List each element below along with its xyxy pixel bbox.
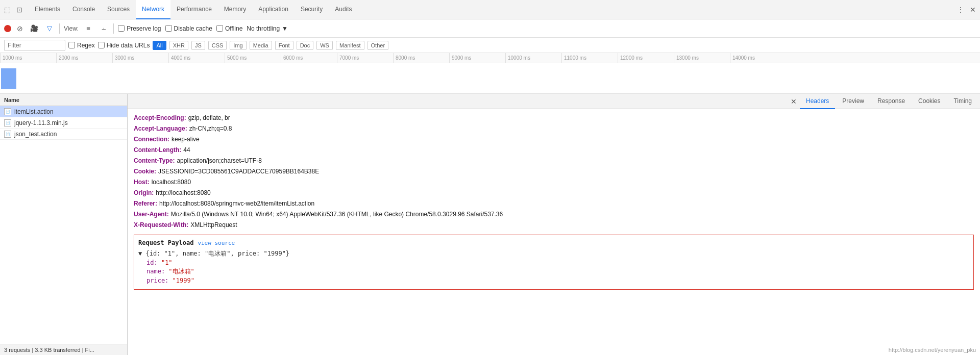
filter-type-other[interactable]: Other xyxy=(368,41,389,50)
header-name-referer: Referer: xyxy=(134,199,157,208)
offline-label[interactable]: Offline xyxy=(225,25,242,32)
filter-type-font[interactable]: Font xyxy=(275,41,293,50)
hide-data-urls-checkbox[interactable] xyxy=(98,42,105,48)
request-item-1[interactable]: 📄 jquery-1.11.3.min.js xyxy=(0,117,127,129)
request-list-header: Name xyxy=(0,94,127,106)
regex-checkbox[interactable] xyxy=(68,42,75,48)
offline-group: Offline xyxy=(216,25,242,32)
header-name-accept-language: Accept-Language: xyxy=(134,124,187,133)
tick-4000: 4000 ms xyxy=(168,53,225,63)
detail-content[interactable]: Accept-Encoding: gzip, deflate, br Accep… xyxy=(128,109,980,355)
tab-end-icons: ⋮ ✕ xyxy=(955,5,978,15)
filter-type-css[interactable]: CSS xyxy=(208,41,227,50)
payload-title-row: Request Payload view source xyxy=(138,239,969,246)
payload-val-name: "电冰箱" xyxy=(168,268,194,275)
throttle-value: No throttling xyxy=(247,25,280,32)
tab-network[interactable]: Network xyxy=(136,0,170,19)
close-devtools-icon[interactable]: ✕ xyxy=(968,5,978,15)
detail-tab-cookies[interactable]: Cookies xyxy=(912,94,946,109)
detail-tab-timing[interactable]: Timing xyxy=(947,94,978,109)
tab-elements[interactable]: Elements xyxy=(29,0,66,19)
detail-close-button[interactable]: ✕ xyxy=(789,96,799,107)
disable-cache-label[interactable]: Disable cache xyxy=(174,25,212,32)
devtools-window: ⬚ ⊡ Elements Console Sources Network Per… xyxy=(0,0,980,355)
header-value-cookie: JSESSIONID=3CD085561C9ADDACCE70959BB164B… xyxy=(158,167,319,176)
tick-14000: 14000 ms xyxy=(730,53,786,63)
tick-1000: 1000 ms xyxy=(0,53,56,63)
header-name-connection: Connection: xyxy=(134,135,169,144)
tab-performance[interactable]: Performance xyxy=(170,0,218,19)
view-list-icon[interactable]: ≡ xyxy=(83,23,94,34)
tab-memory[interactable]: Memory xyxy=(218,0,252,19)
payload-val-price: "1999" xyxy=(173,277,194,284)
file-icon-0: 📄 xyxy=(4,108,11,115)
record-button[interactable] xyxy=(4,25,11,32)
header-value-x-requested-with: XMLHttpRequest xyxy=(190,220,237,230)
tick-9000: 9000 ms xyxy=(449,53,505,63)
detail-tab-response[interactable]: Response xyxy=(871,94,911,109)
filter-type-img[interactable]: Img xyxy=(230,41,246,50)
payload-fields: id: "1" name: "电冰箱" price: "19 xyxy=(138,259,969,284)
filter-button[interactable]: ▽ xyxy=(44,23,55,34)
file-icon-1: 📄 xyxy=(4,119,11,126)
throttle-arrow: ▼ xyxy=(282,25,288,32)
detail-tab-preview[interactable]: Preview xyxy=(836,94,870,109)
more-options-icon[interactable]: ⋮ xyxy=(955,5,966,15)
header-row-content-type: Content-Type: application/json;charset=U… xyxy=(134,156,974,165)
tick-13000: 13000 ms xyxy=(674,53,730,63)
view-waterfall-icon[interactable]: ⫠ xyxy=(98,23,109,34)
disable-cache-group: Disable cache xyxy=(165,25,212,32)
payload-expand-icon[interactable]: ▼ {id: "1", name: "电冰箱", price: "1999"} xyxy=(138,250,289,257)
tab-audits[interactable]: Audits xyxy=(329,0,358,19)
regex-label[interactable]: Regex xyxy=(77,42,95,49)
header-value-user-agent: Mozilla/5.0 (Windows NT 10.0; Win64; x64… xyxy=(171,210,503,219)
filter-type-xhr[interactable]: XHR xyxy=(169,41,188,50)
timeline-content xyxy=(0,63,980,94)
throttle-select[interactable]: No throttling ▼ xyxy=(247,25,288,32)
header-name-content-length: Content-Length: xyxy=(134,145,181,155)
header-name-user-agent: User-Agent: xyxy=(134,210,169,219)
tick-6000: 6000 ms xyxy=(281,53,337,63)
tab-sources[interactable]: Sources xyxy=(101,0,136,19)
file-icon-2: 📄 xyxy=(4,131,11,138)
stop-button[interactable]: ⊘ xyxy=(15,24,24,33)
header-value-content-type: application/json;charset=UTF-8 xyxy=(177,156,261,165)
request-list: Name 📄 itemList.action 📄 jquery-1.11.3.m… xyxy=(0,94,128,355)
tab-bar: ⬚ ⊡ Elements Console Sources Network Per… xyxy=(0,0,980,19)
tab-application[interactable]: Application xyxy=(252,0,295,19)
filter-type-media[interactable]: Media xyxy=(250,41,272,50)
tick-12000: 12000 ms xyxy=(618,53,674,63)
payload-collapsed-line: ▼ {id: "1", name: "电冰箱", price: "1999"} xyxy=(138,249,969,258)
request-item-0[interactable]: 📄 itemList.action xyxy=(0,106,127,117)
camera-button[interactable]: 🎥 xyxy=(29,23,40,34)
header-value-referer: http://localhost:8080/springmvc-web2/ite… xyxy=(159,199,314,208)
filter-type-doc[interactable]: Doc xyxy=(297,41,314,50)
detail-tab-headers[interactable]: Headers xyxy=(800,94,835,109)
tick-5000: 5000 ms xyxy=(225,53,281,63)
network-toolbar: ⊘ 🎥 ▽ View: ≡ ⫠ Preserve log Disable cac… xyxy=(0,19,980,38)
offline-checkbox[interactable] xyxy=(216,25,223,32)
request-payload-section: Request Payload view source ▼ {id: "1", … xyxy=(134,235,974,290)
header-value-accept-encoding: gzip, deflate, br xyxy=(188,113,230,122)
inspect-icon[interactable]: ⬚ xyxy=(2,5,12,15)
tick-3000: 3000 ms xyxy=(112,53,168,63)
filter-type-js[interactable]: JS xyxy=(191,41,205,50)
payload-field-price: price: "1999" xyxy=(146,277,969,284)
tab-console[interactable]: Console xyxy=(66,0,101,19)
filter-type-all[interactable]: All xyxy=(153,41,166,50)
hide-data-urls-label[interactable]: Hide data URLs xyxy=(107,42,150,49)
tab-security[interactable]: Security xyxy=(295,0,329,19)
preserve-log-label[interactable]: Preserve log xyxy=(127,25,161,32)
device-icon[interactable]: ⊡ xyxy=(14,5,24,15)
payload-key-id: id: xyxy=(146,259,158,266)
tick-10000: 10000 ms xyxy=(505,53,561,63)
preserve-log-checkbox[interactable] xyxy=(118,25,125,32)
header-value-origin: http://localhost:8080 xyxy=(156,188,210,197)
filter-type-manifest[interactable]: Manifest xyxy=(336,41,364,50)
payload-view-source-link[interactable]: view source xyxy=(198,240,235,246)
disable-cache-checkbox[interactable] xyxy=(165,25,172,32)
header-name-content-type: Content-Type: xyxy=(134,156,175,165)
filter-input[interactable] xyxy=(4,40,65,51)
request-item-2[interactable]: 📄 json_test.action xyxy=(0,129,127,140)
filter-type-ws[interactable]: WS xyxy=(316,41,333,50)
